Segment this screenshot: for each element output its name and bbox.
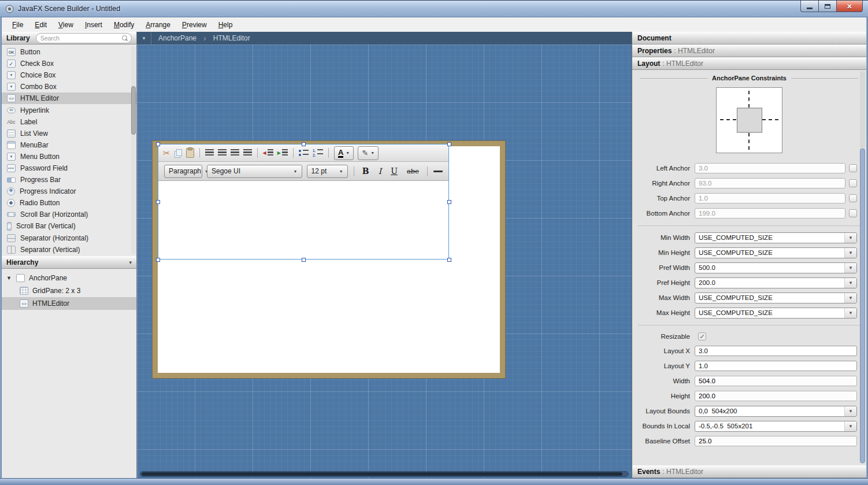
font-color-button[interactable]: A▼ xyxy=(334,146,354,160)
selection-handle-bottom-left[interactable] xyxy=(156,258,160,262)
font-size-dropdown[interactable]: 12 pt▼ xyxy=(307,165,348,178)
pref-height-select[interactable]: 200.0▼ xyxy=(695,277,857,288)
library-item-progress-indicator[interactable]: Progress Indicator xyxy=(2,186,136,197)
top-anchor-line[interactable] xyxy=(748,91,750,108)
library-item-menubar[interactable]: MenuBar xyxy=(2,139,136,151)
breadcrumb-dropdown-icon[interactable]: ▼ xyxy=(137,32,151,45)
copy-icon[interactable] xyxy=(175,149,182,157)
layout-x-input[interactable]: 3.0 xyxy=(695,346,857,356)
pref-width-select[interactable]: 500.0▼ xyxy=(695,262,857,273)
min-height-select[interactable]: USE_COMPUTED_SIZE▼ xyxy=(695,247,857,258)
anchor-selector-diagram[interactable] xyxy=(716,87,782,153)
library-item-separator-horizontal[interactable]: Separator (Horizontal) xyxy=(2,232,136,244)
library-scrollbar-thumb[interactable] xyxy=(131,86,136,135)
library-item-scroll-bar-vertical[interactable]: Scroll Bar (Vertical) xyxy=(2,220,136,232)
chevron-down-icon[interactable]: ▼ xyxy=(844,421,856,431)
library-item-combo-box[interactable]: Combo Box xyxy=(2,81,136,92)
menu-view[interactable]: View xyxy=(53,19,79,31)
library-item-progress-bar[interactable]: Progress Bar xyxy=(2,174,136,186)
close-button[interactable]: × xyxy=(836,1,863,12)
library-header[interactable]: Library Search xyxy=(2,32,136,45)
hierarchy-header[interactable]: Hierarchy ▾ xyxy=(2,256,136,269)
cut-icon[interactable]: ✂ xyxy=(163,149,170,157)
selection-handle-top-left[interactable] xyxy=(156,142,160,146)
outdent-icon[interactable]: ◀ xyxy=(263,149,273,157)
chevron-down-icon[interactable]: ▼ xyxy=(844,233,856,243)
menu-preview[interactable]: Preview xyxy=(176,19,213,31)
bottom-anchor-checkbox[interactable] xyxy=(849,209,857,217)
expand-caret-icon[interactable]: ▼ xyxy=(6,275,12,281)
bullet-list-icon[interactable] xyxy=(299,150,309,157)
selection-handle-top-right[interactable] xyxy=(447,142,451,146)
left-anchor-line[interactable] xyxy=(720,119,736,120)
canvas-horizontal-scrollbar[interactable] xyxy=(140,471,629,477)
library-scrollbar-track[interactable] xyxy=(131,46,136,254)
chevron-down-icon[interactable]: ▼ xyxy=(844,263,856,273)
library-item-scroll-bar-horizontal[interactable]: Scroll Bar (Horizontal) xyxy=(2,209,136,220)
align-center-icon[interactable] xyxy=(218,149,227,157)
hierarchy-item-gridpane[interactable]: GridPane: 2 x 3 xyxy=(2,284,136,297)
layout-bounds-select[interactable]: 0,0 504x200▼ xyxy=(695,406,857,417)
align-right-icon[interactable] xyxy=(231,149,239,157)
bottom-anchor-line[interactable] xyxy=(748,133,750,150)
maximize-button[interactable] xyxy=(819,1,836,12)
left-anchor-checkbox[interactable] xyxy=(849,164,857,172)
right-anchor-checkbox[interactable] xyxy=(849,179,857,187)
chevron-down-icon[interactable]: ▼ xyxy=(844,308,856,318)
underline-button[interactable]: U xyxy=(388,166,400,176)
highlight-color-button[interactable]: ✎▼ xyxy=(358,146,379,160)
right-anchor-line[interactable] xyxy=(762,119,778,120)
library-item-password-field[interactable]: Password Field xyxy=(2,162,136,174)
library-item-html-editor[interactable]: HTML Editor xyxy=(2,92,136,104)
menu-help[interactable]: Help xyxy=(213,19,239,31)
hierarchy-item-anchorpane[interactable]: ▼ AnchorPane xyxy=(2,272,136,284)
layout-section-header[interactable]: Layout : HTMLEditor xyxy=(632,57,866,70)
search-input[interactable]: Search xyxy=(36,33,132,43)
top-anchor-checkbox[interactable] xyxy=(849,194,857,202)
htmleditor-component[interactable]: ✂ ◀ ▶ A▼ ✎▼ Paragraph▼ Segoe U xyxy=(158,144,449,260)
menu-edit[interactable]: Edit xyxy=(29,19,53,31)
chevron-down-icon[interactable]: ▼ xyxy=(844,406,856,416)
library-item-choice-box[interactable]: Choice Box xyxy=(2,69,136,81)
italic-button[interactable]: I xyxy=(376,166,384,176)
library-item-button[interactable]: Button xyxy=(2,46,136,58)
strikethrough-button[interactable]: abe xyxy=(405,167,421,175)
font-family-dropdown[interactable]: Segoe UI▼ xyxy=(207,165,302,178)
library-item-radio-button[interactable]: Radio Button xyxy=(2,197,136,209)
library-item-menu-button[interactable]: Menu Button xyxy=(2,151,136,162)
hierarchy-menu-icon[interactable]: ▾ xyxy=(129,260,132,265)
menu-insert[interactable]: Insert xyxy=(79,19,108,31)
align-justify-icon[interactable] xyxy=(243,149,252,157)
min-width-select[interactable]: USE_COMPUTED_SIZE▼ xyxy=(695,232,857,243)
selection-handle-middle-left[interactable] xyxy=(156,200,160,204)
library-item-list-view[interactable]: List View xyxy=(2,128,136,139)
breadcrumb-htmleditor[interactable]: HTMLEditor xyxy=(213,34,250,42)
library-item-check-box[interactable]: Check Box xyxy=(2,58,136,69)
library-item-separator-vertical[interactable]: Separator (Vertical) xyxy=(2,244,136,256)
breadcrumb-anchorpane[interactable]: AnchorPane xyxy=(158,34,196,42)
bounds-in-local-select[interactable]: -0.5,-0.5 505x201▼ xyxy=(695,421,857,432)
selection-handle-bottom-right[interactable] xyxy=(447,258,451,262)
paragraph-style-dropdown[interactable]: Paragraph▼ xyxy=(164,165,202,178)
chevron-down-icon[interactable]: ▼ xyxy=(844,278,856,288)
events-section-header[interactable]: Events : HTMLEditor xyxy=(632,465,866,478)
numbered-list-icon[interactable] xyxy=(313,149,323,157)
max-width-select[interactable]: USE_COMPUTED_SIZE▼ xyxy=(695,293,857,303)
minimize-button[interactable] xyxy=(800,1,819,12)
menu-file[interactable]: File xyxy=(6,19,29,31)
chevron-down-icon[interactable]: ▼ xyxy=(844,293,856,303)
max-height-select[interactable]: USE_COMPUTED_SIZE▼ xyxy=(695,308,857,319)
selection-handle-middle-right[interactable] xyxy=(447,200,451,204)
horizontal-rule-icon[interactable] xyxy=(433,171,443,172)
library-item-label[interactable]: Label xyxy=(2,116,136,128)
canvas-horizontal-scrollbar-thumb[interactable] xyxy=(142,472,622,476)
document-section-header[interactable]: Document xyxy=(632,32,866,45)
menu-arrange[interactable]: Arrange xyxy=(140,19,176,31)
inspector-scrollbar-thumb[interactable] xyxy=(860,149,865,463)
menu-modify[interactable]: Modify xyxy=(108,19,140,31)
paste-icon[interactable] xyxy=(186,148,194,158)
selection-handle-top-center[interactable] xyxy=(302,142,306,146)
selection-handle-bottom-center[interactable] xyxy=(302,258,306,262)
hierarchy-item-htmleditor[interactable]: HTMLEditor xyxy=(2,297,136,310)
align-left-icon[interactable] xyxy=(205,149,214,157)
